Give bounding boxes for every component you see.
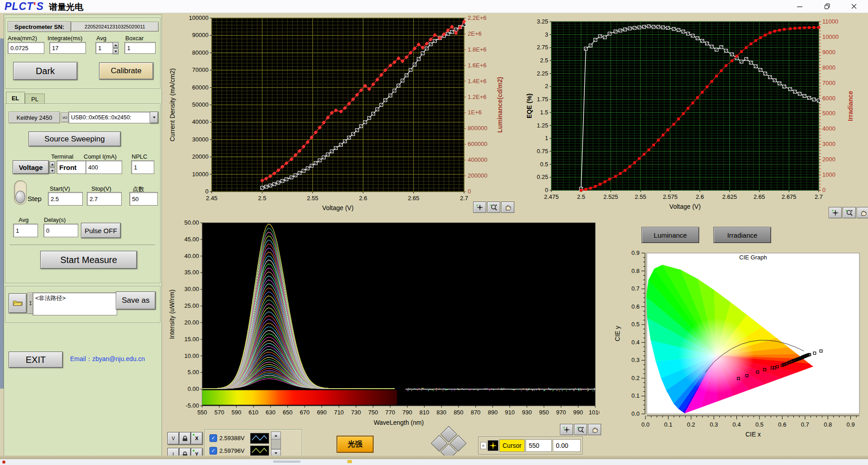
dark-button[interactable]: Dark xyxy=(13,62,77,80)
eqe-irradiance-chart[interactable]: 00.250.50.7511.251.51.7522.252.52.7533.2… xyxy=(519,14,868,218)
boxcar-input[interactable]: 1 xyxy=(124,42,156,54)
luminance-button[interactable]: Luminance xyxy=(641,227,699,243)
tick-label: 750 xyxy=(368,409,378,416)
x-lock-icon[interactable] xyxy=(179,432,191,445)
chart-element xyxy=(593,390,593,391)
delay-input[interactable]: 0 xyxy=(43,224,78,237)
chart2-palette[interactable] xyxy=(829,207,868,218)
browse-button[interactable] xyxy=(9,293,27,313)
chart-element xyxy=(692,102,694,104)
x-format-button[interactable]: V xyxy=(167,432,179,445)
tick-label: 0.7 xyxy=(801,421,809,428)
tick-label: 11000 xyxy=(822,18,838,25)
nplc-input[interactable]: 1 xyxy=(131,160,154,174)
window-bottom-edge xyxy=(0,456,868,459)
cie-y-label: CIE y xyxy=(614,326,621,341)
stop-input[interactable]: 2.7 xyxy=(87,192,122,206)
chart-element xyxy=(526,390,527,391)
tick-label: 0.0 xyxy=(641,421,650,428)
chart3-palette[interactable] xyxy=(560,424,601,435)
pulse-button[interactable]: Pulse OFF xyxy=(81,223,121,238)
source-mode-button[interactable]: Voltage xyxy=(13,160,49,174)
spectra-chart[interactable]: -5.000.005.0010.0015.0020.0025.0030.0035… xyxy=(164,219,599,435)
chart-element xyxy=(408,390,409,391)
zoom-tool-icon[interactable] xyxy=(487,202,500,213)
avg-input[interactable]: 1 xyxy=(95,42,114,54)
intensity-button[interactable]: 光强 xyxy=(337,436,374,453)
zoom-tool-icon[interactable] xyxy=(843,207,856,218)
tick-label: 1 xyxy=(545,135,548,141)
crosshair-tool-icon[interactable] xyxy=(560,424,573,435)
tab-el[interactable]: EL xyxy=(6,92,25,104)
chart-element xyxy=(493,390,494,390)
tick-label: 0.25 xyxy=(537,174,548,180)
tick-label: 3.25 xyxy=(537,18,548,25)
legend1-waveform-icon[interactable] xyxy=(250,433,269,444)
crosshair-tool-icon[interactable] xyxy=(829,207,842,218)
start-measure-button[interactable]: Start Measure xyxy=(40,251,137,269)
zoom-tool-icon[interactable] xyxy=(574,424,587,435)
tick-label: 2.675 xyxy=(782,193,797,200)
visa-dropdown-button[interactable] xyxy=(150,112,158,123)
chart-element xyxy=(432,390,433,390)
legend1-checkbox[interactable]: ✓ xyxy=(209,434,217,442)
cursor-x-value[interactable]: 550 xyxy=(526,439,552,452)
minimize-icon[interactable] xyxy=(792,1,807,11)
tick-label: 610 xyxy=(248,409,258,416)
plot-legend: ✓ 2.59388V ✓ 2.59796V xyxy=(204,429,302,458)
pan-tool-icon[interactable] xyxy=(501,202,514,213)
pan-tool-icon[interactable] xyxy=(588,424,601,435)
step-toggle[interactable] xyxy=(14,180,27,205)
legend2-checkbox[interactable]: ✓ xyxy=(209,447,217,455)
chart-element xyxy=(482,389,483,390)
cursor-name[interactable]: Cursor xyxy=(499,439,525,452)
crosshair-tool-icon[interactable] xyxy=(473,202,486,213)
stop-label: Stop(V) xyxy=(91,185,111,192)
terminal-value[interactable]: Front xyxy=(57,160,86,174)
restore-icon[interactable] xyxy=(820,1,835,11)
chart-element xyxy=(422,388,423,389)
chart-element xyxy=(422,388,422,389)
source-sweeping-button[interactable]: Source Sweeping xyxy=(28,132,121,146)
avg2-input[interactable]: 1 xyxy=(13,224,38,237)
legend2-waveform-icon[interactable] xyxy=(250,446,269,456)
jv-luminance-chart[interactable]: 0100002000030000400005000060000700008000… xyxy=(164,14,517,218)
tick-label: 2.45 xyxy=(206,195,217,202)
chart-element xyxy=(711,80,713,83)
chart-element xyxy=(773,30,776,33)
x-autoscale-button[interactable]: X xyxy=(191,432,203,445)
irradiance-button[interactable]: Irradiance xyxy=(713,227,771,243)
terminal-stepper[interactable] xyxy=(49,161,55,174)
chart-element xyxy=(543,390,544,391)
calibrate-button[interactable]: Calibrate xyxy=(99,62,153,80)
chart-element xyxy=(803,26,806,29)
legend-scrollbar[interactable] xyxy=(271,432,281,457)
chart-element xyxy=(451,390,452,391)
chart-element xyxy=(569,390,570,390)
visa-resource-input[interactable]: USB0::0x05E6::0x2450: xyxy=(68,112,153,123)
exit-button[interactable]: EXIT xyxy=(9,352,63,368)
start-input[interactable]: 2.5 xyxy=(48,192,83,206)
area-input[interactable]: 0.0725 xyxy=(8,42,44,54)
compl-input[interactable]: 400 xyxy=(85,160,122,174)
integrate-input[interactable]: 17 xyxy=(49,42,86,54)
avg-stepper[interactable] xyxy=(113,42,119,54)
chart1-palette[interactable] xyxy=(473,202,514,213)
points-input[interactable]: 50 xyxy=(129,192,158,206)
tick-label: 0.9 xyxy=(631,249,640,256)
scroll-up-icon[interactable] xyxy=(271,432,280,440)
chart-element xyxy=(517,389,518,390)
chart-element xyxy=(715,75,718,77)
chart-element xyxy=(584,389,585,390)
tab-pl[interactable]: PL xyxy=(25,94,45,104)
pan-tool-icon[interactable] xyxy=(857,207,868,218)
save-as-button[interactable]: Save as xyxy=(116,291,156,310)
cursor-mover[interactable] xyxy=(428,427,470,458)
close-icon[interactable] xyxy=(847,1,861,11)
cursor-crosshair-icon[interactable] xyxy=(488,440,498,451)
cursor-expand-button[interactable]: + xyxy=(480,442,487,449)
save-path-input[interactable]: <非法路径> xyxy=(33,292,117,315)
cursor-y-value[interactable]: 0.00 xyxy=(553,439,581,452)
cie-chart[interactable]: CIE Graph0.00.10.20.30.40.50.60.70.80.9C… xyxy=(606,206,868,459)
tick-label: 0.5 xyxy=(540,161,548,168)
